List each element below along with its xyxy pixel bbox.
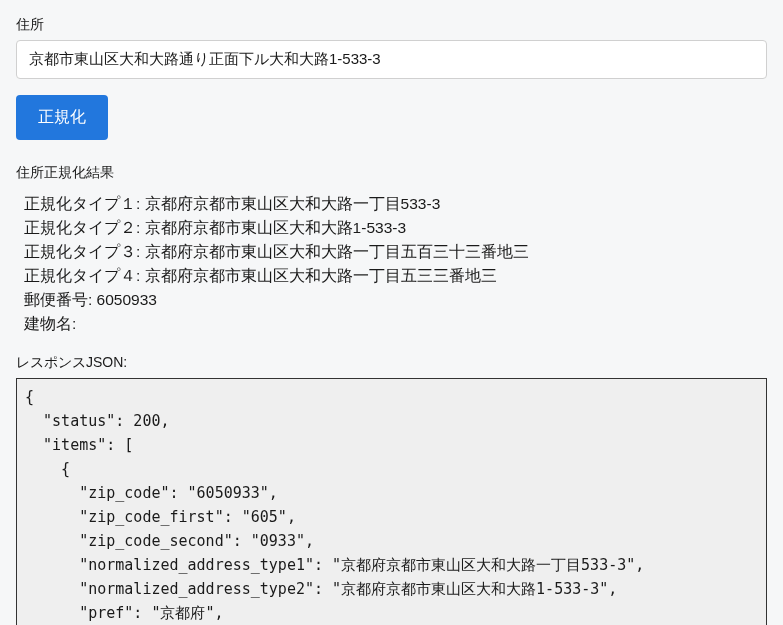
result-line: 正規化タイプ３: 京都府京都市東山区大和大路一丁目五百三十三番地三 xyxy=(24,240,767,264)
result-line: 正規化タイプ２: 京都府京都市東山区大和大路1-533-3 xyxy=(24,216,767,240)
results-block: 正規化タイプ１: 京都府京都市東山区大和大路一丁目533-3 正規化タイプ２: … xyxy=(16,192,767,336)
response-json-box[interactable] xyxy=(16,378,767,625)
result-line: 建物名: xyxy=(24,312,767,336)
normalize-button[interactable]: 正規化 xyxy=(16,95,108,140)
address-input[interactable] xyxy=(16,40,767,79)
response-json-label: レスポンスJSON: xyxy=(16,354,767,372)
result-line: 正規化タイプ１: 京都府京都市東山区大和大路一丁目533-3 xyxy=(24,192,767,216)
result-line: 正規化タイプ４: 京都府京都市東山区大和大路一丁目五三三番地三 xyxy=(24,264,767,288)
result-line: 郵便番号: 6050933 xyxy=(24,288,767,312)
results-heading: 住所正規化結果 xyxy=(16,164,767,182)
address-label: 住所 xyxy=(16,16,767,34)
